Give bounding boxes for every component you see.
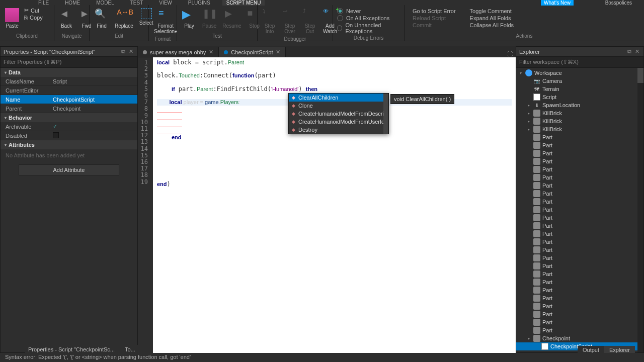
menu-tab-home[interactable]: HOME — [61, 0, 84, 6]
autocomplete-item[interactable]: Destroy — [289, 126, 388, 134]
tree-item[interactable]: ▸KillBrick — [516, 109, 643, 117]
file-tab-active[interactable]: CheckpointScript✕ — [219, 47, 286, 57]
tree-item[interactable]: ▾Checkpoint — [516, 334, 643, 342]
tree-item[interactable]: Part — [516, 246, 643, 254]
toolbox-tab[interactable]: To... — [122, 345, 138, 353]
go-to-script-error-link[interactable]: Go to Script Error — [413, 8, 456, 14]
prop-currenteditor[interactable]: CurrentEditor — [1, 86, 137, 95]
file-tab-inactive[interactable]: super easy mega obby✕ — [138, 47, 219, 57]
tree-item[interactable]: Part — [516, 149, 643, 157]
expand-arrow-icon[interactable]: ▸ — [518, 352, 523, 353]
properties-tab[interactable]: Properties - Script "CheckpointSc... — [25, 345, 118, 353]
scrollbar[interactable] — [637, 68, 643, 352]
collapse-all-folds-link[interactable]: Collapse All Folds — [470, 22, 514, 28]
explorer-tree[interactable]: ▾WorkspaceCameraTerrainScript▸SpawnLocat… — [516, 68, 643, 352]
whats-new-button[interactable]: What's New — [541, 0, 574, 6]
checkbox-icon[interactable] — [53, 132, 59, 138]
menu-tab-script-menu[interactable]: SCRIPT MENU — [222, 0, 265, 6]
back-button[interactable]: ◄Back — [58, 7, 74, 30]
tree-item[interactable]: Part — [516, 214, 643, 222]
tree-item[interactable]: Part — [516, 157, 643, 165]
expand-arrow-icon[interactable]: ▾ — [526, 336, 531, 341]
tree-item[interactable]: ▸SpawnLocation — [516, 101, 643, 109]
autocomplete-popup[interactable]: ClearAllChildrenCloneCreateHumanoidModel… — [288, 93, 389, 134]
expand-arrow-icon[interactable]: ▾ — [518, 71, 523, 75]
find-button[interactable]: 🔍Find — [94, 7, 110, 30]
tree-item[interactable]: Part — [516, 198, 643, 206]
tree-item[interactable]: Part — [516, 190, 643, 198]
expand-arrow-icon[interactable]: ▸ — [526, 111, 531, 116]
prop-disabled[interactable]: Disabled — [1, 131, 137, 140]
close-icon[interactable]: ✕ — [209, 49, 213, 55]
filter-properties-input[interactable]: Filter Properties (⇧⌘P) — [1, 57, 137, 68]
tree-item[interactable]: Part — [516, 222, 643, 230]
autocomplete-item[interactable]: CreateHumanoidModelFromUserId — [289, 118, 388, 126]
add-watch-icon: 👁+ — [323, 8, 337, 22]
tree-item[interactable]: ▸KillBrick — [516, 117, 643, 125]
radio-never[interactable]: Never — [337, 8, 400, 14]
prop-archivable[interactable]: Archivable✓ — [1, 122, 137, 131]
menu-tab-view[interactable]: VIEW — [155, 0, 176, 6]
tree-item[interactable]: Camera — [516, 77, 643, 85]
play-button[interactable]: ▶Play — [181, 7, 197, 30]
close-icon[interactable]: ✕ — [634, 48, 640, 54]
tree-item[interactable]: Part — [516, 270, 643, 278]
tree-item[interactable]: Part — [516, 278, 643, 286]
format-selection-button[interactable]: ≡Format Selection▾ — [153, 7, 178, 35]
menu-tab-plugins[interactable]: PLUGINS — [184, 0, 214, 6]
close-icon[interactable]: ✕ — [128, 48, 134, 54]
tree-item[interactable]: Part — [516, 294, 643, 302]
tree-item[interactable]: Part — [516, 238, 643, 246]
tree-item[interactable]: Part — [516, 254, 643, 262]
prop-classname[interactable]: ClassNameScript — [1, 77, 137, 86]
tree-item[interactable]: Part — [516, 310, 643, 318]
undock-icon[interactable]: ⧉ — [120, 48, 126, 54]
autocomplete-item[interactable]: Clone — [289, 102, 388, 110]
tree-item[interactable]: Part — [516, 165, 643, 173]
section-data[interactable]: Data — [1, 68, 137, 77]
radio-all-exceptions[interactable]: On All Exceptions — [337, 15, 400, 21]
prop-name[interactable]: NameCheckpointScript — [1, 95, 137, 104]
tree-item[interactable]: Part — [516, 173, 643, 182]
section-behavior[interactable]: Behavior — [1, 113, 137, 122]
menu-tab-model[interactable]: MODEL — [92, 0, 118, 6]
tree-item[interactable]: Part — [516, 326, 643, 334]
menu-tab-test[interactable]: TEST — [126, 0, 147, 6]
scroll-thumb[interactable] — [637, 68, 643, 83]
tree-item[interactable]: Part — [516, 141, 643, 149]
add-attribute-button[interactable]: Add Attribute — [19, 164, 119, 175]
tree-item-label: Part — [542, 247, 552, 253]
tree-item[interactable]: Script — [516, 93, 643, 101]
tree-item[interactable]: Part — [516, 182, 643, 190]
expand-arrow-icon[interactable]: ▸ — [526, 119, 531, 124]
toggle-comment-link[interactable]: Toggle Comment — [470, 8, 514, 14]
autocomplete-item[interactable]: CreateHumanoidModelFromDescri... — [289, 110, 388, 118]
tree-item[interactable]: Part — [516, 302, 643, 310]
replace-button[interactable]: A↔BReplace — [114, 7, 134, 30]
maximize-icon[interactable]: ⛶ — [507, 51, 513, 57]
tree-item[interactable]: ▸KillBrick — [516, 125, 643, 133]
tree-item[interactable]: Part — [516, 286, 643, 294]
paste-button[interactable]: Paste — [4, 7, 20, 30]
copy-button[interactable]: ⎘Copy — [24, 15, 43, 21]
tree-item[interactable]: Part — [516, 206, 643, 214]
expand-all-folds-link[interactable]: Expand All Folds — [470, 15, 514, 21]
radio-unhandled-exceptions[interactable]: On Unhandled Exceptions — [337, 22, 400, 34]
undock-icon[interactable]: ⧉ — [626, 48, 632, 54]
menu-tab-file[interactable]: FILE — [34, 0, 53, 6]
cut-button[interactable]: ✂Cut — [24, 7, 43, 14]
autocomplete-item[interactable]: ClearAllChildren — [289, 94, 388, 102]
tree-item[interactable]: ▾Workspace — [516, 69, 643, 77]
tree-item[interactable]: Part — [516, 262, 643, 270]
tree-item-label: KillBrick — [542, 118, 562, 124]
tree-item[interactable]: Part — [516, 133, 643, 141]
expand-arrow-icon[interactable]: ▸ — [526, 103, 531, 108]
section-attributes[interactable]: Attributes — [1, 140, 137, 149]
close-icon[interactable]: ✕ — [276, 49, 280, 55]
prop-parent[interactable]: ParentCheckpoint — [1, 104, 137, 113]
filter-workspace-input[interactable]: Filter workspace (⇧⌘X) — [516, 57, 643, 68]
tree-item[interactable]: Part — [516, 230, 643, 238]
tree-item[interactable]: Terrain — [516, 85, 643, 93]
tree-item[interactable]: Part — [516, 318, 643, 326]
expand-arrow-icon[interactable]: ▸ — [526, 127, 531, 132]
